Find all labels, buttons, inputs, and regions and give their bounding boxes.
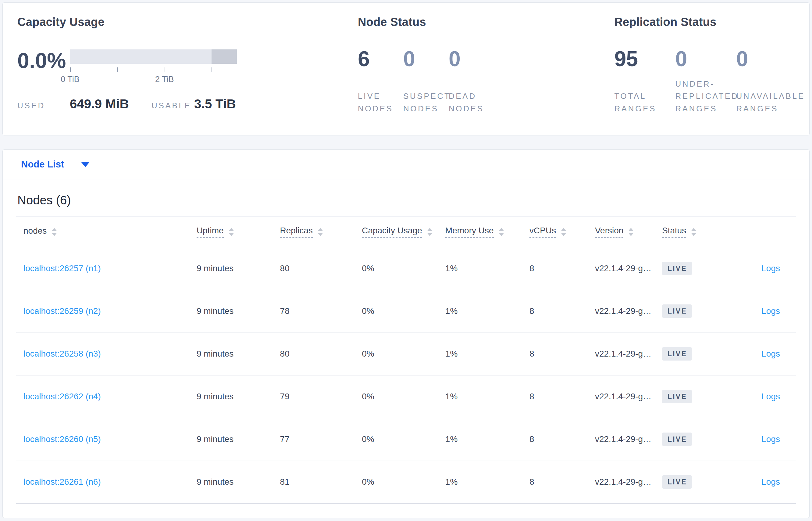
capacity-cell: 0% — [355, 290, 438, 333]
capacity-usage-section: Capacity Usage 0.0% 0 TiB 2 TiB USED 649… — [17, 16, 358, 135]
logs-link[interactable]: Logs — [761, 477, 780, 486]
capacity-cell: 0% — [355, 247, 438, 290]
status-badge: LIVE — [662, 304, 692, 318]
replication-status-title: Replication Status — [614, 16, 797, 29]
vcpus-cell: 8 — [522, 460, 588, 503]
node-list-panel: Node List Nodes (6) nodes Uptime — [2, 150, 810, 518]
dead-nodes-value: 0 — [449, 48, 494, 70]
axis-tick-label: 2 TiB — [155, 75, 174, 84]
version-cell: v22.1.4-29-g… — [588, 418, 655, 460]
uptime-cell: 9 minutes — [189, 333, 273, 375]
table-header-row: nodes Uptime Replicas Capacity Usage — [16, 217, 796, 247]
capacity-bar-used-segment — [212, 49, 237, 64]
nodes-table: nodes Uptime Replicas Capacity Usage — [16, 217, 796, 503]
axis-tick — [165, 67, 165, 72]
capacity-bar-chart: 0 TiB 2 TiB — [70, 48, 237, 83]
node-list-dropdown[interactable]: Node List — [21, 159, 64, 170]
node-status-title: Node Status — [358, 16, 615, 29]
vcpus-cell: 8 — [522, 333, 588, 375]
table-row: localhost:26260 (n5) 9 minutes 77 0% 1% … — [16, 418, 796, 460]
vcpus-cell: 8 — [522, 418, 588, 460]
sort-icon[interactable] — [427, 228, 432, 236]
node-link[interactable]: localhost:26259 (n2) — [23, 306, 101, 316]
column-header-nodes[interactable]: nodes — [16, 217, 189, 247]
replicas-cell: 79 — [273, 375, 355, 418]
total-ranges-label: TOTAL RANGES — [614, 90, 673, 115]
logs-link[interactable]: Logs — [761, 349, 780, 358]
column-header-memory-use[interactable]: Memory Use — [438, 217, 522, 247]
live-nodes-value: 6 — [358, 48, 403, 70]
vcpus-cell: 8 — [522, 247, 588, 290]
sort-icon[interactable] — [51, 228, 57, 236]
vcpus-cell: 8 — [522, 375, 588, 418]
sort-icon[interactable] — [318, 228, 323, 236]
suspect-nodes-value: 0 — [403, 48, 449, 70]
memory-cell: 1% — [438, 290, 522, 333]
uptime-cell: 9 minutes — [189, 460, 273, 503]
node-link[interactable]: localhost:26261 (n6) — [23, 477, 101, 486]
chevron-down-icon[interactable] — [81, 162, 90, 167]
uptime-cell: 9 minutes — [189, 290, 273, 333]
capacity-usage-title: Capacity Usage — [17, 16, 358, 29]
logs-link[interactable]: Logs — [761, 264, 780, 273]
column-header-uptime[interactable]: Uptime — [189, 217, 273, 247]
replicas-cell: 80 — [273, 333, 355, 375]
capacity-bar — [70, 49, 237, 64]
axis-tick — [117, 67, 118, 72]
replication-status-section: Replication Status 95 TOTAL RANGES 0 UND… — [614, 16, 797, 135]
capacity-cell: 0% — [355, 333, 438, 375]
sort-icon[interactable] — [691, 228, 696, 236]
under-replicated-label: UNDER-REPLICATED RANGES — [675, 78, 734, 115]
capacity-cell: 0% — [355, 375, 438, 418]
node-link[interactable]: localhost:26258 (n3) — [23, 349, 101, 358]
uptime-cell: 9 minutes — [189, 418, 273, 460]
axis-tick-label: 0 TiB — [61, 75, 79, 84]
sort-icon[interactable] — [499, 228, 504, 236]
capacity-axis: 0 TiB 2 TiB — [70, 64, 237, 83]
uptime-cell: 9 minutes — [189, 247, 273, 290]
cluster-summary-panel: Capacity Usage 0.0% 0 TiB 2 TiB USED 649… — [2, 2, 810, 135]
table-row: localhost:26262 (n4) 9 minutes 79 0% 1% … — [16, 375, 796, 418]
memory-cell: 1% — [438, 460, 522, 503]
total-ranges-stat: 95 TOTAL RANGES — [614, 48, 675, 115]
version-cell: v22.1.4-29-g… — [588, 333, 655, 375]
replicas-cell: 77 — [273, 418, 355, 460]
table-bottom-divider — [16, 503, 796, 504]
unavailable-ranges-stat: 0 UNAVAILABLE RANGES — [736, 48, 797, 115]
column-header-vcpus[interactable]: vCPUs — [522, 217, 588, 247]
node-link[interactable]: localhost:26257 (n1) — [23, 264, 101, 273]
version-cell: v22.1.4-29-g… — [588, 247, 655, 290]
replicas-cell: 80 — [273, 247, 355, 290]
memory-cell: 1% — [438, 333, 522, 375]
version-cell: v22.1.4-29-g… — [588, 375, 655, 418]
column-header-replicas[interactable]: Replicas — [273, 217, 355, 247]
unavailable-ranges-label: UNAVAILABLE RANGES — [736, 90, 795, 115]
column-header-version[interactable]: Version — [588, 217, 655, 247]
under-replicated-value: 0 — [675, 48, 734, 70]
sort-icon[interactable] — [561, 228, 566, 236]
node-status-section: Node Status 6 LIVE NODES 0 SUSPECT NODES… — [358, 16, 615, 135]
logs-link[interactable]: Logs — [761, 392, 780, 401]
logs-link[interactable]: Logs — [761, 434, 780, 444]
dead-nodes-label: DEAD NODES — [449, 90, 494, 115]
live-nodes-label: LIVE NODES — [358, 90, 403, 115]
usable-caption: USABLE — [151, 101, 194, 110]
column-header-logs — [716, 217, 796, 247]
node-link[interactable]: localhost:26260 (n5) — [23, 434, 101, 444]
column-header-status[interactable]: Status — [655, 217, 716, 247]
version-cell: v22.1.4-29-g… — [588, 460, 655, 503]
logs-link[interactable]: Logs — [761, 306, 780, 316]
sort-icon[interactable] — [628, 228, 634, 236]
status-badge: LIVE — [662, 390, 692, 403]
status-badge: LIVE — [662, 475, 692, 489]
sort-icon[interactable] — [229, 228, 234, 236]
dead-nodes-stat: 0 DEAD NODES — [449, 48, 494, 115]
table-row: localhost:26259 (n2) 9 minutes 78 0% 1% … — [16, 290, 796, 333]
axis-tick — [70, 67, 71, 72]
column-header-capacity-usage[interactable]: Capacity Usage — [355, 217, 438, 247]
node-link[interactable]: localhost:26262 (n4) — [23, 392, 101, 401]
used-value: 649.9 MiB — [70, 97, 151, 111]
capacity-cell: 0% — [355, 418, 438, 460]
nodes-table-container: Nodes (6) nodes Uptime — [3, 194, 809, 504]
status-badge: LIVE — [662, 262, 692, 275]
